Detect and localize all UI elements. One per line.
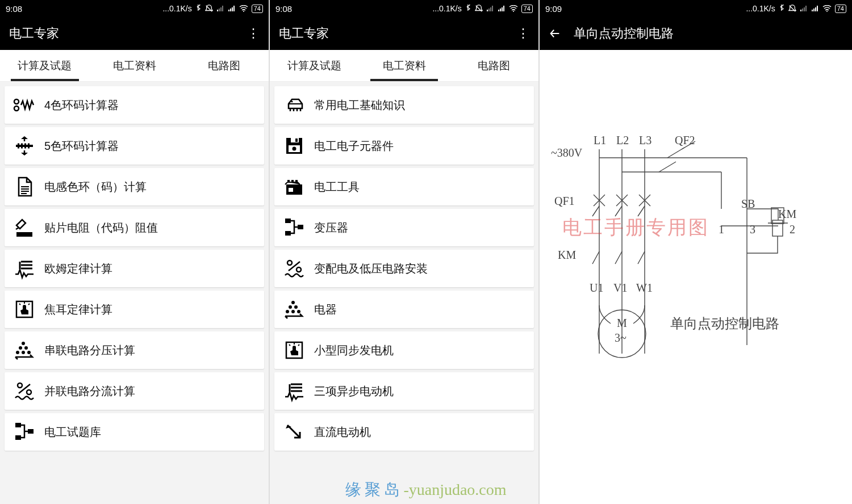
list-item[interactable]: 直流电动机 <box>274 413 534 451</box>
floppy-icon <box>274 135 314 157</box>
list-item-label: 并联电路分流计算 <box>44 384 135 399</box>
label-KM-right: KM <box>778 208 796 221</box>
status-time: 9:08 <box>275 4 292 14</box>
mute-icon <box>475 5 483 12</box>
label-M: M <box>617 317 627 330</box>
bluetooth-icon <box>779 5 785 13</box>
wifi-icon <box>822 5 832 12</box>
list-item-label: 电器 <box>314 302 337 317</box>
label-W1: W1 <box>636 282 653 295</box>
list-item-label: 焦耳定律计算 <box>44 302 112 317</box>
list-item[interactable]: 电感色环（码）计算 <box>5 168 264 205</box>
list-item[interactable]: 变配电及低压电路安装 <box>274 250 534 287</box>
tab-calc[interactable]: 计算及试题 <box>270 50 360 81</box>
bands-5-icon <box>5 135 44 157</box>
list-materials[interactable]: 常用电工基础知识电工电子元器件电工工具变压器变配电及低压电路安装电器小型同步发电… <box>270 82 538 504</box>
network-speed: ...0.1K/s <box>162 4 191 13</box>
touch-icon <box>5 298 44 321</box>
diagram-area[interactable]: ~380V L1 L2 L3 QF2 QF1 SB KM 1 3 2 KM U1… <box>540 50 852 504</box>
status-bar: 9:09 ...0.1K/s 74 <box>540 0 852 17</box>
pyramid-icon <box>274 298 314 321</box>
pulse-lines-icon <box>274 380 314 402</box>
back-icon[interactable] <box>549 27 561 40</box>
wifi-icon <box>509 5 518 12</box>
page-title: 单向点动控制电路 <box>574 25 674 42</box>
label-n1: 1 <box>719 223 724 236</box>
circuit-diagram: ~380V L1 L2 L3 QF2 QF1 SB KM 1 3 2 KM U1… <box>545 135 846 453</box>
label-QF1: QF1 <box>554 195 575 208</box>
mute-icon <box>788 5 796 12</box>
battery-icon: 74 <box>252 5 263 13</box>
list-item[interactable]: 4色环码计算器 <box>5 86 264 124</box>
bluetooth-icon <box>195 5 202 13</box>
list-item[interactable]: 贴片电阻（代码）阻值 <box>5 209 264 246</box>
more-menu-icon[interactable]: ⋮ <box>517 26 529 41</box>
toolbox-icon <box>274 175 314 198</box>
list-item-label: 变压器 <box>314 220 348 236</box>
tab-calc[interactable]: 计算及试题 <box>0 50 90 81</box>
label-U1: U1 <box>590 282 603 295</box>
list-item[interactable]: 小型同步发电机 <box>274 331 534 369</box>
tab-label: 计算及试题 <box>18 58 72 73</box>
list-item-label: 4色环码计算器 <box>44 98 119 113</box>
list-item-label: 电工电子元器件 <box>314 138 394 154</box>
tab-circuits[interactable]: 电路图 <box>179 50 269 81</box>
list-item-label: 直流电动机 <box>314 425 371 440</box>
resistor-4-icon <box>5 94 44 116</box>
touch-icon <box>274 339 314 362</box>
tab-circuits[interactable]: 电路图 <box>449 50 538 81</box>
signal-2-icon <box>228 5 236 12</box>
list-item[interactable]: 电工电子元器件 <box>274 127 534 165</box>
app-header: 电工专家 ⋮ <box>270 17 538 50</box>
list-item[interactable]: 欧姆定律计算 <box>5 250 264 287</box>
bluetooth-icon <box>465 5 471 13</box>
tab-label: 电工资料 <box>383 58 426 73</box>
list-item[interactable]: 变压器 <box>274 209 534 246</box>
app-header: 电工专家 ⋮ <box>0 17 269 50</box>
list-item[interactable]: 常用电工基础知识 <box>274 86 534 124</box>
tabs: 计算及试题 电工资料 电路图 <box>270 50 538 82</box>
tab-materials[interactable]: 电工资料 <box>90 50 179 81</box>
signal-2-icon <box>811 5 819 12</box>
pyramid-icon <box>5 339 44 362</box>
list-item-label: 电工试题库 <box>44 425 101 440</box>
list-item[interactable]: 串联电路分压计算 <box>5 331 264 369</box>
status-icons: ...0.1K/s 74 <box>746 4 846 13</box>
doc-icon <box>5 175 44 198</box>
app-header: 单向点动控制电路 <box>540 17 852 50</box>
signal-1-icon <box>800 5 808 12</box>
sitemap-icon <box>274 216 314 239</box>
list-item[interactable]: 并联电路分流计算 <box>5 372 264 410</box>
app-title: 电工专家 <box>279 25 329 42</box>
list-item[interactable]: 三项异步电动机 <box>274 372 534 410</box>
screen-1: 9:08 ...0.1K/s 74 <box>0 0 270 504</box>
list-item-label: 贴片电阻（代码）阻值 <box>44 220 158 236</box>
tab-materials[interactable]: 电工资料 <box>360 50 449 81</box>
list-item[interactable]: 5色环码计算器 <box>5 127 264 165</box>
list-item[interactable]: 电工工具 <box>274 168 534 205</box>
list-item-label: 常用电工基础知识 <box>314 98 405 113</box>
tab-label: 计算及试题 <box>287 58 341 73</box>
label-KM: KM <box>558 249 576 262</box>
label-SB: SB <box>741 198 755 211</box>
label-QF2: QF2 <box>675 134 695 147</box>
label-M3: 3~ <box>615 331 627 345</box>
status-icons: ...0.1K/s 74 <box>432 4 533 13</box>
tab-label: 电路图 <box>208 58 240 73</box>
list-calc[interactable]: 4色环码计算器5色环码计算器电感色环（码）计算贴片电阻（代码）阻值欧姆定律计算焦… <box>0 82 269 504</box>
list-item-label: 变配电及低压电路安装 <box>314 261 428 276</box>
list-item[interactable]: 电器 <box>274 291 534 328</box>
mute-icon <box>205 5 213 12</box>
svg-point-26 <box>243 11 244 12</box>
list-item[interactable]: 电工试题库 <box>5 413 264 451</box>
signal-1-icon <box>486 5 494 12</box>
more-menu-icon[interactable]: ⋮ <box>247 26 260 41</box>
battery-icon: 74 <box>835 5 846 13</box>
smd-icon <box>5 216 44 239</box>
status-bar: 9:08 ...0.1K/s 74 <box>0 0 269 17</box>
list-item-label: 串联电路分压计算 <box>44 343 135 358</box>
label-V1: V1 <box>613 282 627 295</box>
screen-3: 9:09 ...0.1K/s 74 单向点动控制电路 <box>540 0 852 504</box>
tabs: 计算及试题 电工资料 电路图 <box>0 50 269 82</box>
list-item[interactable]: 焦耳定律计算 <box>5 291 264 328</box>
